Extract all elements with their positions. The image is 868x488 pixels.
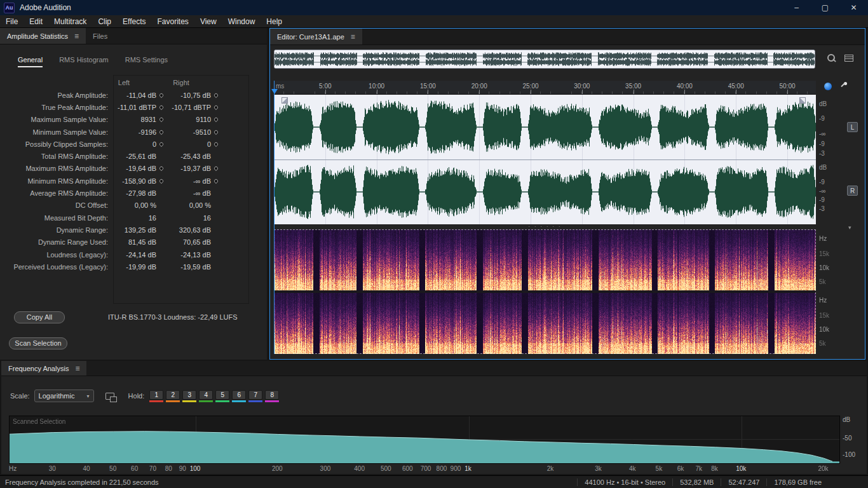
stat-value-right: -∞ dB <box>166 189 211 197</box>
stat-value-right: 0,00 % <box>166 201 211 209</box>
tab-files[interactable]: Files <box>86 28 114 44</box>
freq-x-tick: 40 <box>83 465 90 472</box>
channel-left-button[interactable]: L <box>847 122 858 132</box>
menu-file[interactable]: File <box>0 15 24 27</box>
location-pin-icon[interactable] <box>214 105 219 110</box>
hold-button-8[interactable]: 8 <box>265 390 279 402</box>
menu-view[interactable]: View <box>194 15 222 27</box>
playhead-handle[interactable] <box>271 89 278 94</box>
panel-menu-icon[interactable]: ≡ <box>75 364 79 373</box>
freq-x-tick: 800 <box>437 465 447 472</box>
channel-right-button[interactable]: R <box>847 186 858 196</box>
location-pin-icon[interactable] <box>214 117 219 122</box>
freq-y-tick: -100 <box>843 451 855 458</box>
location-pin-icon[interactable] <box>214 142 219 147</box>
subtab-rms-histogram[interactable]: RMS Histogram <box>59 56 109 67</box>
fade-in-handle[interactable] <box>281 97 288 104</box>
waveform-spectral-splitter[interactable]: · · · · · · <box>274 224 816 229</box>
spectral-selection[interactable] <box>274 229 816 354</box>
playhead[interactable] <box>274 81 275 354</box>
scale-select[interactable]: Logarithmic ▾ <box>34 390 94 402</box>
stat-value-left: 0 <box>112 140 156 148</box>
stat-value-right: -19,59 dB <box>166 263 211 271</box>
scan-selection-button[interactable]: Scan Selection <box>9 337 67 349</box>
navigator-waveform[interactable] <box>275 50 815 68</box>
hold-button-7[interactable]: 7 <box>248 390 262 402</box>
minimize-button[interactable]: – <box>782 0 811 15</box>
freq-x-tick: 500 <box>381 465 391 472</box>
close-button[interactable]: ✕ <box>839 0 868 15</box>
waveform-area[interactable] <box>274 95 816 224</box>
stat-label: Peak Amplitude: <box>0 92 108 99</box>
menu-window[interactable]: Window <box>222 15 261 27</box>
tab-amplitude-statistics[interactable]: Amplitude Statistics ≡ <box>0 28 86 44</box>
tab-editor[interactable]: Editor: Cure13A1.ape ≡ <box>270 29 362 44</box>
stat-label: Perceived Loudness (Legacy): <box>0 263 108 271</box>
panel-menu-icon[interactable]: ≡ <box>74 32 79 41</box>
menu-favorites[interactable]: Favorites <box>152 15 194 27</box>
panel-menu-icon[interactable]: ≡ <box>351 32 355 41</box>
maximize-button[interactable]: ▢ <box>811 0 839 15</box>
editor-tabstrip: Editor: Cure13A1.ape ≡ <box>270 29 865 45</box>
stat-value-left: 139,25 dB <box>112 226 156 234</box>
ruler-tick <box>428 90 428 94</box>
hold-color-swatch <box>199 400 213 402</box>
hold-button-3[interactable]: 3 <box>182 390 196 402</box>
stat-label: True Peak Amplitude: <box>0 104 108 111</box>
ruler-tick-label: 30:00 <box>574 83 590 90</box>
location-pin-icon[interactable] <box>214 92 219 97</box>
tab-frequency-analysis[interactable]: Frequency Analysis ≡ <box>1 361 86 376</box>
fade-out-handle[interactable] <box>799 97 806 104</box>
collapse-divider-icon[interactable]: ▾ <box>848 224 851 231</box>
overview-navigator[interactable] <box>274 50 815 69</box>
location-pin-icon[interactable] <box>159 105 164 110</box>
stat-value-right: 16 <box>166 214 211 222</box>
menu-edit[interactable]: Edit <box>24 15 48 27</box>
location-pin-icon[interactable] <box>159 129 164 134</box>
menu-help[interactable]: Help <box>261 15 288 27</box>
freq-x-tick: 600 <box>402 465 413 472</box>
timeline-ruler[interactable]: ms 5:0010:0015:0020:0025:0030:0035:0040:… <box>274 81 816 95</box>
menu-multitrack[interactable]: Multitrack <box>48 15 92 27</box>
location-pin-icon[interactable] <box>214 178 219 183</box>
location-pin-icon[interactable] <box>214 129 219 134</box>
ruler-tick-label: 20:00 <box>471 83 487 90</box>
stat-label: Minimum RMS Amplitude: <box>0 177 108 185</box>
freq-x-tick: 80 <box>165 465 172 472</box>
hold-button-2[interactable]: 2 <box>166 390 180 402</box>
location-pin-icon[interactable] <box>159 178 164 183</box>
subtab-rms-settings[interactable]: RMS Settings <box>125 56 168 67</box>
hold-button-5[interactable]: 5 <box>215 390 229 402</box>
stats-row: Maximum Sample Value:89319110 <box>0 114 267 126</box>
frequency-graph[interactable] <box>10 416 839 463</box>
location-pin-icon[interactable] <box>159 142 164 147</box>
hold-button-4[interactable]: 4 <box>199 390 213 402</box>
ruler-tick <box>634 90 634 94</box>
stats-table: Peak Amplitude:-11,04 dB-10,75 dBTrue Pe… <box>0 89 267 273</box>
copy-all-button[interactable]: Copy All <box>14 311 65 323</box>
stat-label: Possibly Clipped Samples: <box>0 140 108 148</box>
freq-x-tick: 900 <box>451 465 461 472</box>
location-pin-icon[interactable] <box>214 166 219 171</box>
stats-row: True Peak Amplitude:-11,01 dBTP-10,71 dB… <box>0 101 267 113</box>
snapshot-icon[interactable] <box>105 393 114 400</box>
location-pin-icon[interactable] <box>159 117 164 122</box>
subtab-general[interactable]: General <box>18 56 43 67</box>
stat-label: Dynamic Range Used: <box>0 238 108 246</box>
hold-color-swatch <box>232 400 246 402</box>
stat-label: Dynamic Range: <box>0 226 108 234</box>
stats-row: Perceived Loudness (Legacy):-19,99 dB-19… <box>0 261 267 273</box>
waveform-display[interactable] <box>274 95 816 224</box>
hold-button-6[interactable]: 6 <box>232 390 246 402</box>
menu-clip[interactable]: Clip <box>92 15 117 27</box>
freq-x-tick: 70 <box>149 465 156 472</box>
hold-button-1[interactable]: 1 <box>149 390 163 402</box>
spectrogram-display[interactable] <box>274 229 816 354</box>
ruler-tick <box>684 90 685 94</box>
frequency-graph-area[interactable]: Scanned Selection <box>9 416 840 464</box>
menu-effects[interactable]: Effects <box>117 15 151 27</box>
location-pin-icon[interactable] <box>159 166 164 171</box>
ruler-tick-label: 10:00 <box>369 83 384 90</box>
location-pin-icon[interactable] <box>159 92 164 97</box>
stat-value-right: -24,13 dB <box>166 251 211 259</box>
